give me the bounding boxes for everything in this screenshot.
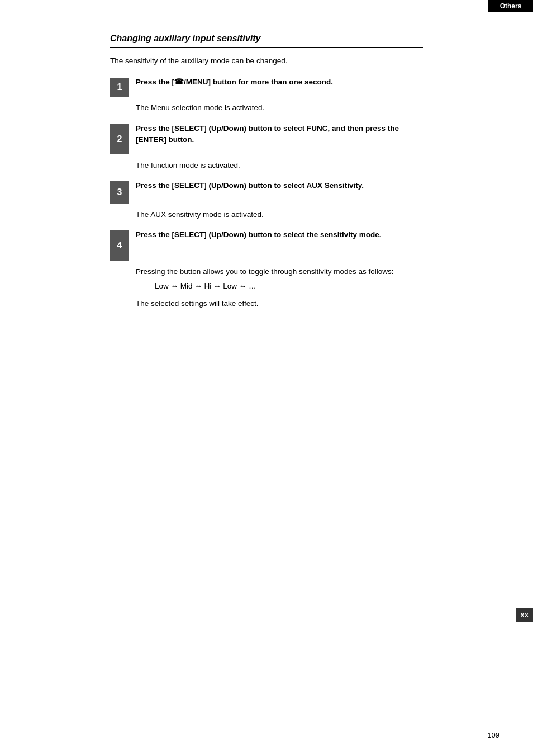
phone-icon: ☎ (174, 77, 184, 88)
step-4-instruction: Press the [SELECT] (Up/Down) button to s… (136, 229, 423, 240)
step-3-instruction: Press the [SELECT] (Up/Down) button to s… (136, 180, 423, 191)
step-3-description: The AUX sensitivity mode is activated. (136, 209, 423, 220)
xx-side-tab: XX (516, 608, 533, 622)
intro-text: The sensitivity of the auxiliary mode ca… (110, 55, 423, 67)
step-4-description: Pressing the button allows you to toggle… (136, 266, 423, 309)
step-1-block: 1 Press the [☎/MENU] button for more tha… (110, 77, 423, 97)
others-tab-label: Others (500, 2, 522, 10)
mode-sequence: Low ↔ Mid ↔ Hi ↔ Low ↔ … (155, 281, 423, 292)
others-tab: Others (488, 0, 533, 12)
step-4-content: Press the [SELECT] (Up/Down) button to s… (136, 229, 423, 240)
step-2-number: 2 (110, 124, 129, 154)
step-1-number: 1 (110, 78, 129, 97)
step-3-number: 3 (110, 181, 129, 204)
section-title: Changing auxiliary input sensitivity (110, 34, 423, 44)
step-2-instruction: Press the [SELECT] (Up/Down) button to s… (136, 123, 423, 146)
step-2-block: 2 Press the [SELECT] (Up/Down) button to… (110, 123, 423, 154)
step-1-instruction: Press the [☎/MENU] button for more than … (136, 77, 423, 88)
page-container: Others Changing auxiliary input sensitiv… (0, 0, 533, 756)
step-1-description: The Menu selection mode is activated. (136, 102, 423, 114)
main-content: Changing auxiliary input sensitivity The… (77, 0, 456, 352)
step-4-desc-text: Pressing the button allows you to toggle… (136, 267, 394, 276)
step-1-content: Press the [☎/MENU] button for more than … (136, 77, 423, 88)
step-4-extra: The selected settings will take effect. (136, 298, 423, 309)
step-4-number: 4 (110, 230, 129, 261)
step-3-content: Press the [SELECT] (Up/Down) button to s… (136, 180, 423, 191)
step-4-block: 4 Press the [SELECT] (Up/Down) button to… (110, 229, 423, 261)
step-2-content: Press the [SELECT] (Up/Down) button to s… (136, 123, 423, 146)
page-number: 109 (487, 731, 499, 739)
step-2-description: The function mode is activated. (136, 160, 423, 171)
step-3-block: 3 Press the [SELECT] (Up/Down) button to… (110, 180, 423, 204)
title-divider (110, 47, 423, 48)
